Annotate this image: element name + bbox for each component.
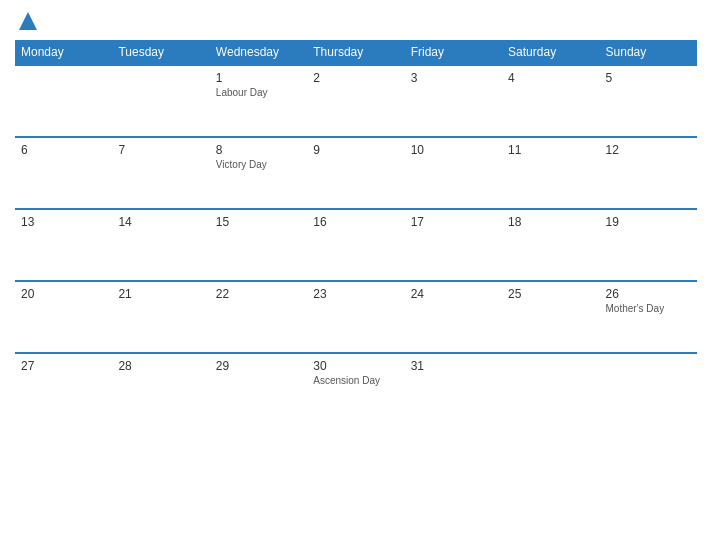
table-row: 26Mother's Day bbox=[600, 281, 697, 353]
day-number: 15 bbox=[216, 215, 301, 229]
day-number: 19 bbox=[606, 215, 691, 229]
table-row: 25 bbox=[502, 281, 599, 353]
col-monday: Monday bbox=[15, 40, 112, 65]
calendar-week-row: 678Victory Day9101112 bbox=[15, 137, 697, 209]
calendar-week-row: 20212223242526Mother's Day bbox=[15, 281, 697, 353]
day-number: 6 bbox=[21, 143, 106, 157]
holiday-label: Ascension Day bbox=[313, 375, 398, 386]
col-thursday: Thursday bbox=[307, 40, 404, 65]
table-row: 3 bbox=[405, 65, 502, 137]
day-number: 25 bbox=[508, 287, 593, 301]
day-number: 22 bbox=[216, 287, 301, 301]
table-row: 22 bbox=[210, 281, 307, 353]
day-number: 1 bbox=[216, 71, 301, 85]
table-row: 1Labour Day bbox=[210, 65, 307, 137]
day-number: 30 bbox=[313, 359, 398, 373]
day-number: 14 bbox=[118, 215, 203, 229]
table-row: 17 bbox=[405, 209, 502, 281]
holiday-label: Mother's Day bbox=[606, 303, 691, 314]
day-number: 2 bbox=[313, 71, 398, 85]
calendar-week-row: 1Labour Day2345 bbox=[15, 65, 697, 137]
day-number: 26 bbox=[606, 287, 691, 301]
day-number: 7 bbox=[118, 143, 203, 157]
table-row: 6 bbox=[15, 137, 112, 209]
table-row: 12 bbox=[600, 137, 697, 209]
table-row: 14 bbox=[112, 209, 209, 281]
day-number: 18 bbox=[508, 215, 593, 229]
table-row: 24 bbox=[405, 281, 502, 353]
day-number: 9 bbox=[313, 143, 398, 157]
table-row: 29 bbox=[210, 353, 307, 425]
table-row: 16 bbox=[307, 209, 404, 281]
table-row: 5 bbox=[600, 65, 697, 137]
day-number: 23 bbox=[313, 287, 398, 301]
table-row: 30Ascension Day bbox=[307, 353, 404, 425]
table-row bbox=[502, 353, 599, 425]
calendar-week-row: 13141516171819 bbox=[15, 209, 697, 281]
col-tuesday: Tuesday bbox=[112, 40, 209, 65]
day-number: 28 bbox=[118, 359, 203, 373]
table-row bbox=[112, 65, 209, 137]
day-number: 5 bbox=[606, 71, 691, 85]
table-row: 19 bbox=[600, 209, 697, 281]
col-saturday: Saturday bbox=[502, 40, 599, 65]
day-number: 3 bbox=[411, 71, 496, 85]
day-number: 16 bbox=[313, 215, 398, 229]
col-sunday: Sunday bbox=[600, 40, 697, 65]
col-wednesday: Wednesday bbox=[210, 40, 307, 65]
day-number: 4 bbox=[508, 71, 593, 85]
table-row bbox=[600, 353, 697, 425]
table-row: 15 bbox=[210, 209, 307, 281]
table-row: 18 bbox=[502, 209, 599, 281]
table-row: 8Victory Day bbox=[210, 137, 307, 209]
calendar-page: Monday Tuesday Wednesday Thursday Friday… bbox=[0, 0, 712, 550]
table-row: 10 bbox=[405, 137, 502, 209]
day-number: 29 bbox=[216, 359, 301, 373]
calendar-week-row: 27282930Ascension Day31 bbox=[15, 353, 697, 425]
table-row: 13 bbox=[15, 209, 112, 281]
table-row: 11 bbox=[502, 137, 599, 209]
table-row bbox=[15, 65, 112, 137]
day-number: 10 bbox=[411, 143, 496, 157]
calendar-header-row: Monday Tuesday Wednesday Thursday Friday… bbox=[15, 40, 697, 65]
calendar-table: Monday Tuesday Wednesday Thursday Friday… bbox=[15, 40, 697, 425]
svg-marker-0 bbox=[19, 12, 37, 30]
table-row: 9 bbox=[307, 137, 404, 209]
day-number: 11 bbox=[508, 143, 593, 157]
day-number: 31 bbox=[411, 359, 496, 373]
day-number: 21 bbox=[118, 287, 203, 301]
day-number: 27 bbox=[21, 359, 106, 373]
holiday-label: Victory Day bbox=[216, 159, 301, 170]
holiday-label: Labour Day bbox=[216, 87, 301, 98]
table-row: 23 bbox=[307, 281, 404, 353]
day-number: 20 bbox=[21, 287, 106, 301]
day-number: 8 bbox=[216, 143, 301, 157]
table-row: 21 bbox=[112, 281, 209, 353]
table-row: 28 bbox=[112, 353, 209, 425]
table-row: 4 bbox=[502, 65, 599, 137]
table-row: 7 bbox=[112, 137, 209, 209]
table-row: 2 bbox=[307, 65, 404, 137]
col-friday: Friday bbox=[405, 40, 502, 65]
logo bbox=[15, 10, 39, 32]
day-number: 12 bbox=[606, 143, 691, 157]
table-row: 20 bbox=[15, 281, 112, 353]
day-number: 24 bbox=[411, 287, 496, 301]
table-row: 27 bbox=[15, 353, 112, 425]
logo-flag-icon bbox=[17, 10, 39, 32]
day-number: 13 bbox=[21, 215, 106, 229]
day-number: 17 bbox=[411, 215, 496, 229]
table-row: 31 bbox=[405, 353, 502, 425]
page-header bbox=[15, 10, 697, 32]
